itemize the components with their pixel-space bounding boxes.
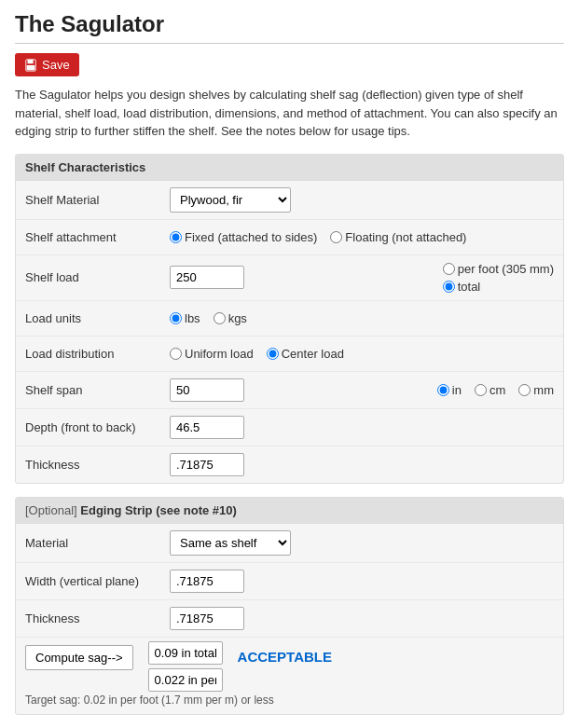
per-foot-result-input <box>148 668 223 692</box>
edging-material-select[interactable]: Same as shelf Plywood, fir Plywood, oak … <box>170 530 291 556</box>
description-text: The Sagulator helps you design shelves b… <box>15 86 564 141</box>
acceptable-section: ACCEPTABLE <box>238 645 332 665</box>
load-distribution-label: Load distribution <box>25 347 170 361</box>
load-distribution-controls: Uniform load Center load <box>170 347 554 361</box>
edging-material-control: Same as shelf Plywood, fir Plywood, oak … <box>170 530 554 556</box>
shelf-characteristics-header: Shelf Characteristics <box>16 155 563 181</box>
span-cm-label[interactable]: cm <box>475 383 505 397</box>
load-unit-group: per foot (305 mm) total <box>443 262 554 294</box>
span-cm-text: cm <box>489 383 505 397</box>
shelf-attachment-row: Shelf attachment Fixed (attached to side… <box>16 220 563 255</box>
acceptable-badge: ACCEPTABLE <box>238 649 332 665</box>
shelf-load-row: Shelf load per foot (305 mm) total <box>16 255 563 301</box>
attachment-fixed-radio[interactable] <box>170 231 182 243</box>
kgs-label[interactable]: kgs <box>214 311 247 325</box>
load-units-label: Load units <box>25 311 170 325</box>
edging-width-row: Width (vertical plane) <box>16 563 563 600</box>
shelf-material-select[interactable]: Plywood, fir Plywood, oak MDF Particlebo… <box>170 187 291 213</box>
results-values <box>148 641 223 692</box>
uniform-load-text: Uniform load <box>185 347 254 361</box>
edging-thickness-row: Thickness <box>16 600 563 638</box>
load-units-row: Load units lbs kgs <box>16 301 563 337</box>
per-foot-label[interactable]: per foot (305 mm) <box>443 262 554 276</box>
edging-strip-header: [Optional] Edging Strip (see note #10) <box>16 498 563 524</box>
span-in-radio[interactable] <box>437 384 449 396</box>
shelf-material-row: Shelf Material Plywood, fir Plywood, oak… <box>16 181 563 220</box>
shelf-material-control: Plywood, fir Plywood, oak MDF Particlebo… <box>170 187 554 213</box>
depth-row: Depth (front to back) <box>16 409 563 446</box>
load-units-controls: lbs kgs <box>170 311 554 325</box>
edging-thickness-input[interactable] <box>170 607 244 630</box>
compute-section: Compute sag--> <box>25 645 133 670</box>
page-title: The Sagulator <box>15 11 564 37</box>
results-row: Compute sag--> ACCEPTABLE <box>16 638 563 692</box>
lbs-label[interactable]: lbs <box>170 311 200 325</box>
shelf-load-input[interactable] <box>170 266 244 289</box>
edging-thickness-control <box>170 607 554 630</box>
shelf-characteristics-section: Shelf Characteristics Shelf Material Ply… <box>15 154 564 484</box>
thickness-row: Thickness <box>16 446 563 483</box>
span-unit-group: in cm mm <box>437 383 554 397</box>
edging-width-input[interactable] <box>170 570 244 593</box>
edging-material-label: Material <box>25 536 170 550</box>
total-label[interactable]: total <box>443 280 554 294</box>
depth-input[interactable] <box>170 416 244 439</box>
shelf-span-label: Shelf span <box>25 383 170 397</box>
attachment-fixed-label[interactable]: Fixed (attached to sides) <box>170 230 317 244</box>
span-mm-label[interactable]: mm <box>518 383 554 397</box>
span-mm-radio[interactable] <box>518 384 531 396</box>
lbs-radio[interactable] <box>170 312 182 324</box>
shelf-span-controls: in cm mm <box>170 378 554 402</box>
span-cm-radio[interactable] <box>475 384 487 396</box>
center-load-text: Center load <box>282 347 344 361</box>
kgs-radio[interactable] <box>214 312 226 324</box>
save-button[interactable]: Save <box>15 53 79 76</box>
compute-button[interactable]: Compute sag--> <box>25 645 133 670</box>
span-in-label[interactable]: in <box>437 383 462 397</box>
depth-label: Depth (front to back) <box>25 420 170 434</box>
uniform-load-radio[interactable] <box>170 348 182 360</box>
thickness-input[interactable] <box>170 453 244 476</box>
kgs-text: kgs <box>228 311 247 325</box>
shelf-attachment-controls: Fixed (attached to sides) Floating (not … <box>170 230 554 244</box>
title-divider <box>15 43 564 44</box>
center-load-radio[interactable] <box>267 348 279 360</box>
attachment-floating-text: Floating (not attached) <box>345 230 466 244</box>
save-icon <box>24 59 37 72</box>
per-foot-text: per foot (305 mm) <box>458 262 554 276</box>
depth-control <box>170 416 554 439</box>
shelf-material-label: Shelf Material <box>25 193 170 207</box>
edging-strip-subtitle: Edging Strip (see note #10) <box>80 503 237 517</box>
shelf-span-row: Shelf span in cm mm <box>16 372 563 409</box>
lbs-text: lbs <box>185 311 200 325</box>
total-result-input <box>148 641 223 665</box>
attachment-fixed-text: Fixed (attached to sides) <box>185 230 317 244</box>
attachment-floating-label[interactable]: Floating (not attached) <box>330 230 466 244</box>
thickness-label: Thickness <box>25 458 170 472</box>
span-in-text: in <box>452 383 462 397</box>
shelf-span-input[interactable] <box>170 378 244 402</box>
save-button-label: Save <box>42 58 70 72</box>
edging-material-row: Material Same as shelf Plywood, fir Plyw… <box>16 524 563 563</box>
edging-width-control <box>170 570 554 593</box>
edging-width-label: Width (vertical plane) <box>25 574 170 588</box>
center-load-label[interactable]: Center load <box>267 347 344 361</box>
target-sag-text: Target sag: 0.02 in per foot (1.7 mm per… <box>16 692 563 714</box>
attachment-floating-radio[interactable] <box>330 231 342 243</box>
shelf-load-label: Shelf load <box>25 270 170 284</box>
span-mm-text: mm <box>533 383 554 397</box>
uniform-load-label[interactable]: Uniform load <box>170 347 254 361</box>
svg-rect-2 <box>27 65 35 70</box>
svg-rect-1 <box>28 59 34 62</box>
optional-label: [Optional] <box>25 503 77 517</box>
edging-thickness-label: Thickness <box>25 611 170 625</box>
shelf-load-controls: per foot (305 mm) total <box>170 262 554 294</box>
thickness-control <box>170 453 554 476</box>
shelf-attachment-label: Shelf attachment <box>25 230 170 244</box>
load-per-foot-radio[interactable] <box>443 263 455 275</box>
edging-strip-section: [Optional] Edging Strip (see note #10) M… <box>15 497 564 715</box>
load-distribution-row: Load distribution Uniform load Center lo… <box>16 337 563 372</box>
total-text: total <box>458 280 481 294</box>
load-total-radio[interactable] <box>443 281 455 293</box>
